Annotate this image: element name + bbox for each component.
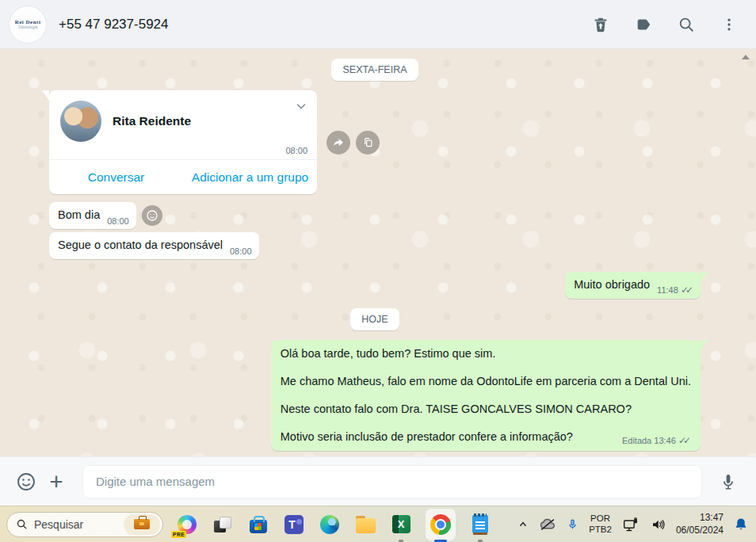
date-divider-today: HOJE bbox=[350, 308, 399, 330]
message-timestamp: 08:00 bbox=[285, 146, 307, 155]
chevron-down-icon[interactable] bbox=[293, 98, 309, 117]
message-timestamp: 08:00 bbox=[230, 246, 252, 256]
message-input[interactable] bbox=[82, 465, 702, 498]
label-icon[interactable] bbox=[634, 15, 653, 34]
microphone-icon[interactable] bbox=[716, 470, 740, 494]
message-text-line: Me chamo Matheus, falo em nome da Odonto… bbox=[281, 374, 691, 389]
message-text-line: Olá boa tarde, tudo bem? Estimo que sim. bbox=[281, 346, 691, 361]
contact-header-avatar[interactable]: Rei Denti Odontologia bbox=[10, 6, 46, 43]
message-timestamp: 13:46 bbox=[654, 436, 676, 445]
message-row: Segue o contato da responsável 08:00 bbox=[49, 232, 701, 259]
message-text: Muito obrigado bbox=[574, 277, 650, 292]
avatar-logo-subtext: Odontologia bbox=[18, 25, 37, 29]
message-text: Bom dia bbox=[58, 208, 100, 223]
contact-card-avatar bbox=[60, 101, 101, 142]
taskbar-edge-icon[interactable] bbox=[319, 513, 341, 536]
contact-card-name: Rita Reidente bbox=[113, 114, 191, 128]
edge-icon bbox=[320, 515, 339, 534]
forward-message-icon[interactable] bbox=[326, 131, 350, 155]
avatar-logo-text: Rei Denti bbox=[15, 19, 41, 25]
notification-bell-icon[interactable] bbox=[734, 517, 748, 532]
bubble-tail bbox=[701, 340, 708, 350]
taskbar-notepad-icon[interactable] bbox=[469, 513, 491, 536]
chrome-icon bbox=[430, 514, 451, 535]
date-divider-friday: SEXTA-FEIRA bbox=[331, 59, 418, 81]
contact-card-chat-button[interactable]: Conversar bbox=[49, 160, 183, 194]
tray-chevron-up-icon[interactable] bbox=[517, 519, 529, 530]
taskbar-search-box[interactable] bbox=[6, 512, 163, 537]
search-highlight-badge[interactable] bbox=[124, 514, 160, 535]
file-explorer-icon bbox=[356, 518, 376, 533]
clock-time: 13:47 bbox=[676, 512, 724, 525]
taskbar-task-view-icon[interactable] bbox=[212, 513, 234, 536]
taskbar-file-explorer-icon[interactable] bbox=[354, 513, 376, 536]
taskbar-excel-icon[interactable]: X bbox=[390, 513, 412, 536]
taskbar-teams-icon[interactable]: T bbox=[283, 513, 305, 536]
message-composer: + bbox=[0, 456, 756, 506]
received-message-bubble[interactable]: Bom dia 08:00 bbox=[49, 202, 136, 229]
clock-date: 06/05/2024 bbox=[676, 525, 724, 537]
delivered-checks-icon: ✓✓ bbox=[681, 284, 693, 296]
tray-language-indicator[interactable]: POR PTB2 bbox=[589, 513, 612, 536]
edited-label: Editada bbox=[622, 436, 651, 445]
message-meta: 11:48 ✓✓ bbox=[657, 284, 693, 296]
scrollbar-up-arrow[interactable] bbox=[742, 55, 750, 59]
windows-taskbar: PRE T X bbox=[0, 506, 756, 542]
copilot-preview-badge: PRE bbox=[171, 531, 186, 538]
emoji-picker-icon[interactable] bbox=[14, 470, 38, 494]
taskbar-copilot-icon[interactable]: PRE bbox=[176, 513, 198, 536]
message-text-line: Neste contato falo com Dra. TAISE GONCAL… bbox=[281, 402, 691, 417]
message-timestamp: 08:00 bbox=[107, 216, 129, 226]
task-view-icon bbox=[213, 515, 232, 534]
message-meta: Editada 13:46 ✓✓ bbox=[622, 435, 691, 446]
attach-plus-icon[interactable]: + bbox=[44, 470, 68, 494]
contact-phone-number[interactable]: +55 47 9237-5924 bbox=[59, 17, 169, 32]
message-list: SEXTA-FEIRA Rita Reidente 08:00 Conve bbox=[0, 49, 756, 456]
menu-dots-icon[interactable] bbox=[720, 15, 739, 34]
teams-icon: T bbox=[284, 515, 304, 534]
copy-icon[interactable] bbox=[356, 131, 380, 155]
sent-message-bubble[interactable]: Muito obrigado 11:48 ✓✓ bbox=[565, 272, 701, 299]
briefcase-icon bbox=[134, 519, 150, 529]
whatsapp-window: Rei Denti Odontologia +55 47 9237-5924 bbox=[0, 0, 756, 542]
contact-card-add-to-group-button[interactable]: Adicionar a um grupo bbox=[183, 160, 317, 194]
message-text-line: Motivo seria inclusão de prestador confe… bbox=[281, 429, 611, 445]
notepad-icon bbox=[472, 515, 488, 533]
excel-icon: X bbox=[392, 515, 410, 533]
tray-network-icon[interactable] bbox=[622, 517, 640, 532]
message-row: Olá boa tarde, tudo bem? Estimo que sim.… bbox=[49, 340, 701, 451]
message-row: Muito obrigado 11:48 ✓✓ bbox=[49, 272, 701, 299]
bubble-tail bbox=[42, 90, 49, 101]
message-row: Bom dia 08:00 bbox=[49, 202, 701, 229]
sent-message-bubble[interactable]: Olá boa tarde, tudo bem? Estimo que sim.… bbox=[271, 340, 701, 451]
tray-clock[interactable]: 13:47 06/05/2024 bbox=[676, 512, 724, 536]
contact-card-message[interactable]: Rita Reidente 08:00 Conversar Adicionar … bbox=[49, 90, 317, 194]
delivered-checks-icon: ✓✓ bbox=[678, 435, 691, 446]
message-timestamp: 11:48 bbox=[657, 285, 678, 295]
taskbar-search-input[interactable] bbox=[34, 518, 113, 531]
taskbar-store-icon[interactable] bbox=[247, 513, 269, 536]
bubble-tail bbox=[701, 272, 708, 282]
received-message-bubble[interactable]: Segue o contato da responsável 08:00 bbox=[49, 232, 259, 259]
taskbar-chrome-icon-active[interactable] bbox=[426, 509, 456, 540]
tray-volume-icon[interactable] bbox=[650, 517, 666, 532]
contact-card-row: Rita Reidente 08:00 Conversar Adicionar … bbox=[49, 90, 701, 194]
tray-microphone-icon[interactable] bbox=[567, 517, 578, 532]
search-icon bbox=[16, 518, 28, 530]
message-text: Segue o contato da responsável bbox=[58, 238, 223, 253]
delete-chat-icon[interactable] bbox=[591, 15, 610, 34]
search-icon[interactable] bbox=[677, 15, 696, 34]
react-emoji-icon[interactable] bbox=[142, 205, 162, 226]
microsoft-store-icon bbox=[250, 520, 267, 533]
onedrive-paused-icon[interactable] bbox=[539, 517, 556, 532]
chat-header: Rei Denti Odontologia +55 47 9237-5924 bbox=[0, 0, 756, 49]
